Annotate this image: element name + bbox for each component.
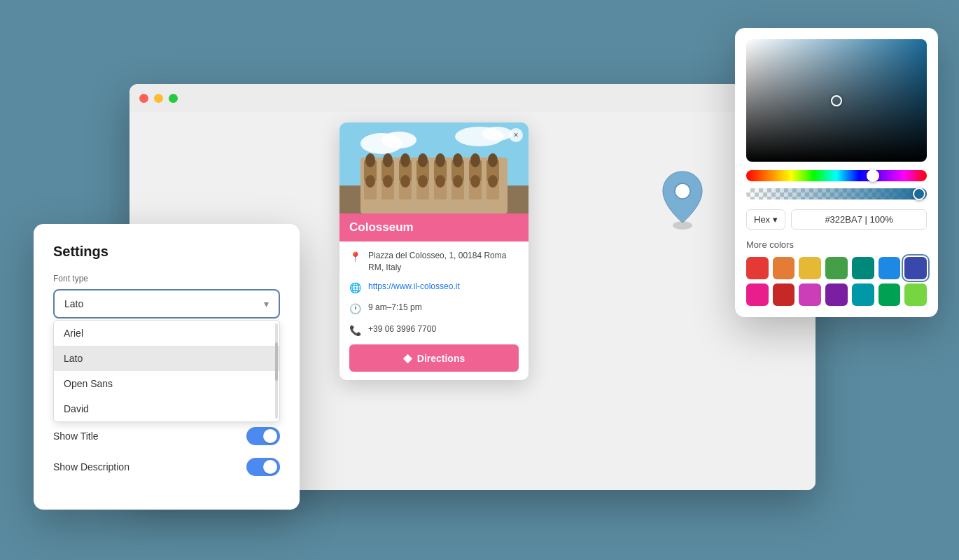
directions-button[interactable]: ◆ Directions (349, 344, 519, 372)
globe-icon: 🌐 (349, 281, 361, 295)
svg-point-34 (383, 175, 393, 188)
font-dropdown: Ariel Lato Open Sans David (53, 320, 280, 422)
hours-row: 🕐 9 am–7:15 pm (349, 302, 519, 316)
alpha-thumb[interactable] (913, 188, 925, 200)
directions-label: Directions (417, 353, 465, 364)
clock-icon: 🕐 (349, 302, 361, 316)
minimize-dot[interactable] (154, 94, 163, 103)
svg-point-35 (400, 175, 410, 188)
swatch-pink[interactable] (746, 284, 769, 306)
svg-point-19 (400, 153, 410, 167)
svg-point-17 (365, 153, 375, 167)
colosseum-image (340, 122, 528, 214)
phone-icon: 📞 (349, 324, 361, 338)
font-selected-value: Lato (64, 298, 83, 309)
font-option-opensans[interactable]: Open Sans (54, 371, 279, 396)
show-title-toggle[interactable] (246, 427, 280, 445)
alpha-slider[interactable] (746, 188, 927, 200)
font-select[interactable]: Lato ▾ (53, 289, 280, 318)
svg-point-33 (365, 175, 375, 188)
card-image (340, 122, 528, 214)
color-inputs: Hex ▾ #322BA7 | 100% (746, 209, 927, 230)
font-type-label: Font type (53, 274, 280, 284)
swatch-green[interactable] (825, 257, 848, 279)
show-description-toggle[interactable] (246, 458, 280, 476)
close-dot[interactable] (139, 94, 148, 103)
svg-point-21 (435, 153, 445, 167)
swatch-dark-red[interactable] (773, 284, 795, 306)
color-gradient-area[interactable] (746, 39, 927, 162)
svg-point-18 (383, 153, 393, 167)
swatch-row-2 (746, 284, 927, 306)
map-pin-icon (654, 168, 710, 231)
swatch-red[interactable] (746, 257, 769, 279)
location-icon: 📍 (349, 251, 361, 265)
website-row: 🌐 https://www.il-colosseo.it (349, 281, 519, 295)
hex-dropdown-arrow: ▾ (773, 214, 778, 225)
phone-text: +39 06 3996 7700 (368, 323, 436, 335)
svg-point-4 (382, 132, 416, 148)
svg-point-23 (470, 153, 480, 167)
hue-thumb[interactable] (867, 169, 879, 182)
settings-title: Settings (53, 244, 280, 260)
info-card: × (340, 122, 528, 380)
maximize-dot[interactable] (169, 94, 178, 103)
font-select-wrapper: Lato ▾ Ariel Lato Open Sans David (53, 289, 280, 318)
chevron-down-icon: ▾ (264, 298, 269, 309)
scrollbar-thumb (275, 342, 278, 380)
scrollbar[interactable] (275, 323, 278, 419)
address-row: 📍 Piazza del Colosseo, 1, 00184 Roma RM,… (349, 250, 519, 274)
svg-point-38 (453, 175, 463, 188)
swatch-teal[interactable] (852, 257, 874, 279)
swatch-row-1 (746, 257, 927, 279)
website-text[interactable]: https://www.il-colosseo.it (368, 281, 460, 293)
swatch-yellow[interactable] (799, 257, 821, 279)
font-option-lato[interactable]: Lato (54, 346, 279, 371)
font-option-ariel[interactable]: Ariel (54, 321, 279, 346)
hex-value-input[interactable]: #322BA7 | 100% (791, 209, 927, 230)
svg-point-39 (470, 175, 480, 188)
swatch-magenta[interactable] (799, 284, 821, 306)
phone-row: 📞 +39 06 3996 7700 (349, 323, 519, 338)
swatch-emerald[interactable] (878, 284, 901, 306)
show-title-row: Show Title (53, 427, 280, 445)
gradient-picker-thumb[interactable] (831, 95, 842, 106)
svg-point-22 (453, 153, 463, 167)
svg-point-40 (488, 175, 498, 188)
svg-point-36 (418, 175, 428, 188)
close-button[interactable]: × (509, 128, 523, 142)
hours-text: 9 am–7:15 pm (368, 302, 422, 314)
browser-titlebar (130, 84, 816, 112)
show-title-label: Show Title (53, 430, 99, 442)
color-picker-panel: Hex ▾ #322BA7 | 100% More colors (735, 28, 938, 317)
font-option-david[interactable]: David (54, 396, 279, 421)
svg-point-20 (418, 153, 428, 167)
directions-icon: ◆ (403, 351, 412, 365)
address-text: Piazza del Colosseo, 1, 00184 Roma RM, I… (368, 250, 519, 274)
card-title: Colosseum (349, 220, 519, 234)
settings-panel: Settings Font type Lato ▾ Ariel Lato Ope… (34, 224, 300, 510)
card-body: 📍 Piazza del Colosseo, 1, 00184 Roma RM,… (340, 241, 528, 380)
svg-point-24 (488, 153, 498, 167)
swatch-purple[interactable] (825, 284, 848, 306)
swatch-lime[interactable] (904, 284, 927, 306)
show-description-row: Show Description (53, 458, 280, 476)
swatch-cyan[interactable] (852, 284, 874, 306)
swatch-orange[interactable] (773, 257, 795, 279)
swatch-blue[interactable] (878, 257, 901, 279)
hex-format-dropdown[interactable]: Hex ▾ (746, 209, 785, 230)
card-title-bar: Colosseum (340, 214, 528, 241)
color-swatches (746, 257, 927, 306)
more-colors-label: More colors (746, 239, 927, 250)
hex-label: Hex (754, 214, 770, 225)
svg-point-6 (482, 127, 512, 141)
hue-slider[interactable] (746, 170, 927, 181)
swatch-indigo[interactable] (904, 257, 927, 279)
svg-point-1 (675, 183, 690, 199)
map-pin-area (654, 168, 710, 234)
show-description-label: Show Description (53, 461, 130, 472)
svg-point-37 (435, 175, 445, 188)
